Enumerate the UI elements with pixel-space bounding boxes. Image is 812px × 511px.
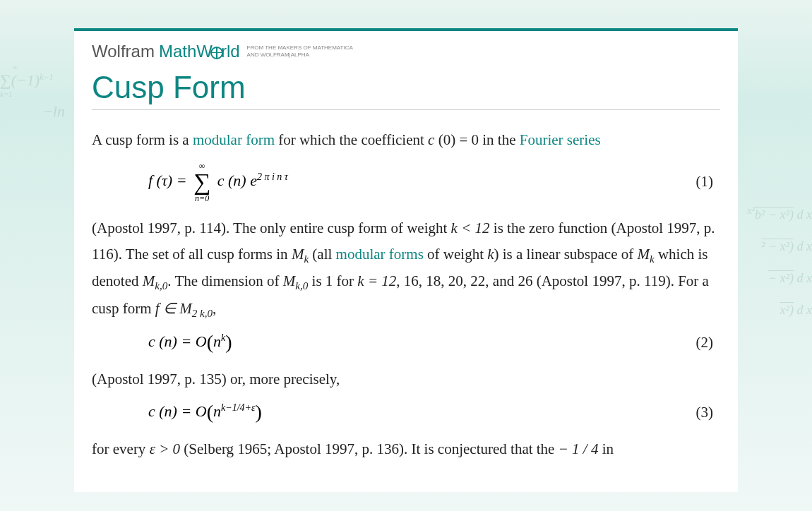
background-math-right: x²b² − x²) d x ² − x²) d x − x²) d x x²)… (747, 198, 812, 326)
equation-number-2: (2) (696, 334, 721, 351)
main-paragraph: (Apostol 1997, p. 114). The only entire … (92, 215, 720, 323)
paragraph-3: (Apostol 1997, p. 135) or, more precisel… (92, 366, 720, 392)
brand-mathworld-text: MathWrld (159, 42, 240, 61)
intro-paragraph: A cusp form is a modular form for which … (92, 127, 720, 153)
link-modular-forms-2[interactable]: modular forms (336, 246, 424, 263)
equation-number-3: (3) (696, 404, 721, 421)
paragraph-4: for every ε > 0 (Selberg 1965; Apostol 1… (92, 436, 720, 462)
brand-wolfram-text: Wolfram (92, 42, 155, 61)
globe-icon (210, 47, 223, 59)
background-math-left: ∞ ∑(−1)k−1 k=1 −ln (0, 64, 65, 121)
equation-1: f (τ) = ∞ ∑ n=0 c (n) e2 π i n τ (1) (92, 162, 720, 203)
article-card: Wolfram MathWrld FROM THE MAKERS OF MATH… (74, 28, 738, 492)
brand-tagline: FROM THE MAKERS OF MATHEMATICAAND WOLFRA… (247, 44, 353, 58)
equation-3: c (n) = O(nk−1/4+ε) (3) (92, 401, 720, 423)
equation-2: c (n) = O(nk) (2) (92, 331, 720, 354)
summation-icon: ∞ ∑ n=0 (193, 162, 210, 203)
page-title: Cusp Form (92, 70, 720, 110)
link-modular-form[interactable]: modular form (193, 131, 275, 148)
link-fourier-series[interactable]: Fourier series (520, 131, 601, 148)
brand-header: Wolfram MathWrld FROM THE MAKERS OF MATH… (92, 42, 720, 61)
equation-number-1: (1) (696, 173, 721, 191)
